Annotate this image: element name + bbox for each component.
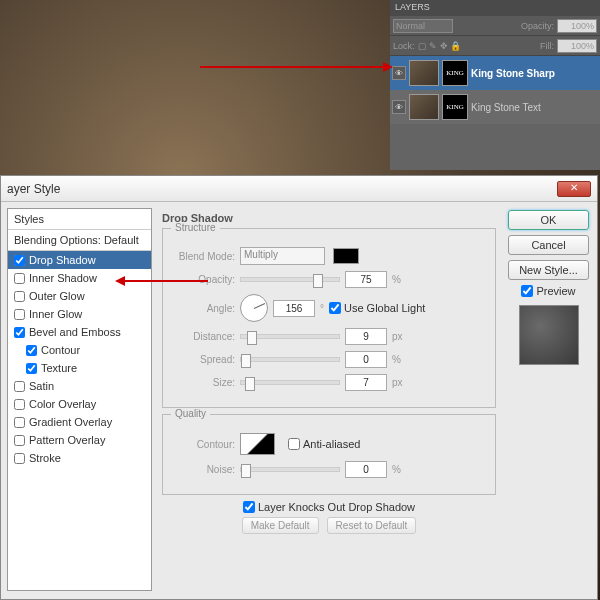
layer-name[interactable]: King Stone Text: [471, 102, 541, 113]
styles-list: Styles Blending Options: Default Drop Sh…: [7, 208, 152, 591]
action-panel: OK Cancel New Style... Preview: [506, 208, 591, 591]
lock-row: Lock: ▢ ✎ ✥ 🔒 Fill: 100%: [390, 36, 600, 56]
spread-label: Spread:: [173, 354, 235, 365]
ok-button[interactable]: OK: [508, 210, 589, 230]
new-style-button[interactable]: New Style...: [508, 260, 589, 280]
layer-name[interactable]: King Stone Sharp: [471, 68, 555, 79]
style-checkbox[interactable]: [14, 435, 25, 446]
visibility-icon[interactable]: 👁: [392, 100, 406, 114]
opacity-label: Opacity:: [521, 21, 554, 31]
fill-value[interactable]: 100%: [557, 39, 597, 53]
size-label: Size:: [173, 377, 235, 388]
style-checkbox[interactable]: [14, 399, 25, 410]
style-inner-shadow[interactable]: Inner Shadow: [8, 269, 151, 287]
cancel-button[interactable]: Cancel: [508, 235, 589, 255]
layer-thumbnail[interactable]: [409, 94, 439, 120]
style-checkbox[interactable]: [14, 291, 25, 302]
layer-style-dialog: ayer Style ✕ Styles Blending Options: De…: [0, 175, 598, 600]
opacity-value[interactable]: 100%: [557, 19, 597, 33]
style-contour[interactable]: Contour: [8, 341, 151, 359]
blend-mode-select[interactable]: Normal: [393, 19, 453, 33]
preview-swatch: [519, 305, 579, 365]
style-texture[interactable]: Texture: [8, 359, 151, 377]
style-checkbox[interactable]: [26, 363, 37, 374]
preview-checkbox[interactable]: [521, 285, 533, 297]
style-checkbox[interactable]: [26, 345, 37, 356]
reset-default-button[interactable]: Reset to Default: [327, 517, 417, 534]
color-swatch[interactable]: [333, 248, 359, 264]
lock-icon[interactable]: ▢ ✎ ✥ 🔒: [418, 41, 462, 51]
spread-slider[interactable]: [240, 357, 340, 362]
style-outer-glow[interactable]: Outer Glow: [8, 287, 151, 305]
contour-label: Contour:: [173, 439, 235, 450]
knockout-checkbox[interactable]: [243, 501, 255, 513]
layers-panel: LAYERS Normal Opacity: 100% Lock: ▢ ✎ ✥ …: [390, 0, 600, 170]
lock-label: Lock:: [393, 41, 415, 51]
style-bevel-emboss[interactable]: Bevel and Emboss: [8, 323, 151, 341]
fill-label: Fill:: [540, 41, 554, 51]
noise-label: Noise:: [173, 464, 235, 475]
blend-mode-select[interactable]: Multiply: [240, 247, 325, 265]
styles-header[interactable]: Styles: [8, 209, 151, 230]
opacity-input[interactable]: 75: [345, 271, 387, 288]
make-default-button[interactable]: Make Default: [242, 517, 319, 534]
angle-dial[interactable]: [240, 294, 268, 322]
fieldset-legend: Quality: [171, 408, 210, 419]
blend-row: Normal Opacity: 100%: [390, 16, 600, 36]
dialog-title: ayer Style: [7, 182, 60, 196]
annotation-arrow: [118, 280, 208, 282]
style-checkbox[interactable]: [14, 381, 25, 392]
style-stroke[interactable]: Stroke: [8, 449, 151, 467]
blending-options[interactable]: Blending Options: Default: [8, 230, 151, 251]
noise-slider[interactable]: [240, 467, 340, 472]
angle-input[interactable]: 156: [273, 300, 315, 317]
layer-row[interactable]: 👁 KING King Stone Sharp: [390, 56, 600, 90]
panel-header: LAYERS: [390, 0, 600, 16]
style-checkbox[interactable]: [14, 255, 25, 266]
distance-label: Distance:: [173, 331, 235, 342]
size-slider[interactable]: [240, 380, 340, 385]
quality-fieldset: Quality Contour:Anti-aliased Noise:0%: [162, 414, 496, 495]
style-drop-shadow[interactable]: Drop Shadow: [8, 251, 151, 269]
settings-panel: Drop Shadow Structure Blend Mode:Multipl…: [158, 208, 500, 591]
layer-row[interactable]: 👁 KING King Stone Text: [390, 90, 600, 124]
angle-label: Angle:: [173, 303, 235, 314]
titlebar[interactable]: ayer Style ✕: [1, 176, 597, 202]
antialiased-checkbox[interactable]: [288, 438, 300, 450]
style-pattern-overlay[interactable]: Pattern Overlay: [8, 431, 151, 449]
style-checkbox[interactable]: [14, 327, 25, 338]
style-checkbox[interactable]: [14, 309, 25, 320]
mask-thumbnail[interactable]: KING: [442, 60, 468, 86]
style-checkbox[interactable]: [14, 273, 25, 284]
structure-fieldset: Structure Blend Mode:Multiply Opacity:75…: [162, 228, 496, 408]
fieldset-legend: Structure: [171, 222, 220, 233]
style-checkbox[interactable]: [14, 453, 25, 464]
distance-input[interactable]: 9: [345, 328, 387, 345]
distance-slider[interactable]: [240, 334, 340, 339]
blend-mode-label: Blend Mode:: [173, 251, 235, 262]
style-gradient-overlay[interactable]: Gradient Overlay: [8, 413, 151, 431]
layer-thumbnail[interactable]: [409, 60, 439, 86]
spread-input[interactable]: 0: [345, 351, 387, 368]
style-checkbox[interactable]: [14, 417, 25, 428]
mask-thumbnail[interactable]: KING: [442, 94, 468, 120]
style-satin[interactable]: Satin: [8, 377, 151, 395]
size-input[interactable]: 7: [345, 374, 387, 391]
global-light-checkbox[interactable]: [329, 302, 341, 314]
annotation-arrow: [200, 66, 390, 68]
opacity-slider[interactable]: [240, 277, 340, 282]
close-button[interactable]: ✕: [557, 181, 591, 197]
contour-picker[interactable]: [240, 433, 275, 455]
style-inner-glow[interactable]: Inner Glow: [8, 305, 151, 323]
style-color-overlay[interactable]: Color Overlay: [8, 395, 151, 413]
noise-input[interactable]: 0: [345, 461, 387, 478]
